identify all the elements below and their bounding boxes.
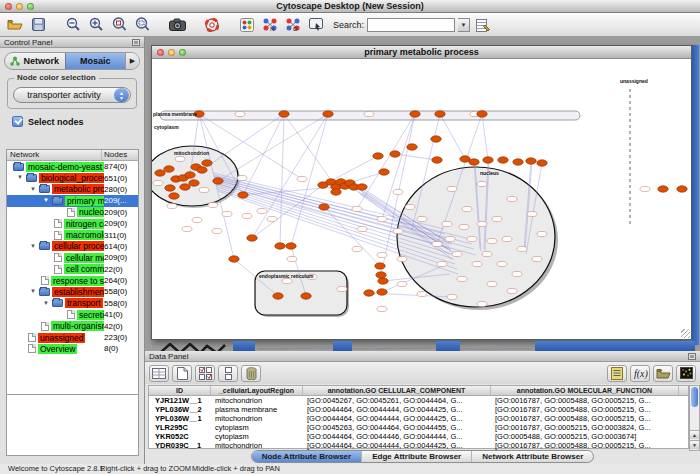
tree-row-label[interactable]: cell communicat bbox=[64, 264, 104, 274]
scrollbar-thumb[interactable] bbox=[691, 387, 698, 407]
search-input[interactable] bbox=[367, 18, 455, 32]
network-node[interactable] bbox=[169, 193, 179, 199]
table-cell[interactable]: YDR039C__1 bbox=[149, 441, 211, 450]
network-node-small[interactable] bbox=[482, 251, 492, 256]
tree-row[interactable]: macromolecule311(0) bbox=[7, 229, 138, 240]
float-panel-icon[interactable] bbox=[132, 39, 140, 46]
network-node-small[interactable] bbox=[507, 288, 517, 293]
network-node[interactable] bbox=[376, 272, 386, 278]
disclosure-triangle-icon[interactable]: ▼ bbox=[17, 174, 23, 180]
disclosure-triangle-icon[interactable]: ▼ bbox=[43, 300, 49, 306]
network-node-small[interactable] bbox=[153, 180, 163, 185]
network-node-small[interactable] bbox=[477, 301, 487, 306]
tab-mosaic[interactable]: Mosaic bbox=[65, 53, 126, 69]
import-table-button[interactable] bbox=[473, 15, 493, 34]
table-column-header[interactable]: annotation.GO MOLECULAR_FUNCTION bbox=[491, 386, 679, 395]
network-node-small[interactable] bbox=[208, 202, 218, 207]
resize-grip[interactable] bbox=[681, 329, 690, 338]
network-canvas[interactable]: plasma membranecytoplasmmitochondrionnuc… bbox=[152, 59, 691, 339]
network-node-small[interactable] bbox=[507, 196, 517, 201]
network-node[interactable] bbox=[537, 160, 547, 166]
tree-row[interactable]: response to stimulu264(0) bbox=[7, 275, 138, 286]
network-node[interactable] bbox=[164, 166, 174, 172]
table-cell[interactable]: [GO:0016787, GO:0005488, GO:0005215, G..… bbox=[491, 396, 679, 405]
tree-row[interactable]: ▼cellular process614(0) bbox=[7, 241, 138, 252]
table-cell[interactable]: plasma membrane bbox=[211, 405, 303, 414]
network-node-small[interactable] bbox=[452, 251, 462, 256]
snapshot-button[interactable] bbox=[167, 15, 187, 34]
network-node[interactable] bbox=[373, 153, 383, 159]
network-node[interactable] bbox=[229, 256, 239, 262]
tree-row-label[interactable]: secretion bbox=[77, 310, 104, 320]
table-cell[interactable]: mitochondrion bbox=[211, 396, 303, 405]
zoom-out-button[interactable] bbox=[63, 15, 83, 34]
node-color-dropdown[interactable]: transporter activity ▲▼ bbox=[13, 87, 131, 103]
network-node[interactable] bbox=[379, 169, 389, 175]
destroy-view-button[interactable]: D bbox=[283, 15, 303, 34]
table-cell[interactable]: cytoplasm bbox=[211, 432, 303, 441]
tree-column-nodes[interactable]: Nodes bbox=[102, 150, 138, 160]
network-node-small[interactable] bbox=[222, 211, 232, 216]
network-node[interactable] bbox=[301, 293, 311, 299]
tree-column-network[interactable]: Network bbox=[7, 150, 102, 160]
tree-row[interactable]: ▼transport558(0) bbox=[7, 298, 138, 309]
network-node-small[interactable] bbox=[502, 236, 512, 241]
network-node-small[interactable] bbox=[182, 226, 192, 231]
network-node-small[interactable] bbox=[364, 111, 374, 116]
tree-row-label[interactable]: Overview bbox=[38, 344, 77, 354]
network-node-small[interactable] bbox=[462, 206, 472, 211]
view-zoom-button[interactable] bbox=[179, 49, 186, 56]
disclosure-triangle-icon[interactable]: ▼ bbox=[30, 288, 36, 294]
network-node-small[interactable] bbox=[393, 228, 403, 233]
network-node-small[interactable] bbox=[487, 238, 497, 243]
network-node[interactable] bbox=[677, 186, 687, 192]
network-node-small[interactable] bbox=[532, 256, 542, 261]
network-node[interactable] bbox=[375, 263, 385, 269]
network-node-small[interactable] bbox=[377, 306, 387, 311]
tab-node-attribute-browser[interactable]: Node Attribute Browser bbox=[252, 451, 363, 462]
network-node-small[interactable] bbox=[537, 231, 547, 236]
network-node-small[interactable] bbox=[477, 221, 487, 226]
network-node-small[interactable] bbox=[437, 261, 447, 266]
network-node-small[interactable] bbox=[432, 241, 442, 246]
network-node-small[interactable] bbox=[640, 186, 650, 191]
disclosure-triangle-icon[interactable]: ▼ bbox=[30, 243, 36, 249]
attribute-list-button[interactable] bbox=[607, 365, 627, 382]
network-node-small[interactable] bbox=[472, 261, 482, 266]
network-node[interactable] bbox=[431, 136, 441, 142]
table-cell[interactable]: YPL036W__1 bbox=[149, 414, 211, 423]
table-column-header[interactable]: ID bbox=[149, 386, 211, 395]
data-panel-float-icon[interactable] bbox=[688, 353, 696, 360]
network-node-small[interactable] bbox=[397, 256, 407, 261]
disclosure-triangle-icon[interactable]: ▼ bbox=[30, 186, 36, 192]
network-node[interactable] bbox=[213, 178, 223, 184]
network-node-small[interactable] bbox=[357, 226, 367, 231]
table-cell[interactable]: YPL036W__2 bbox=[149, 405, 211, 414]
annotation-button[interactable] bbox=[306, 15, 326, 34]
network-node-small[interactable] bbox=[497, 261, 507, 266]
network-node[interactable] bbox=[477, 111, 487, 117]
network-view-titlebar[interactable]: primary metabolic process bbox=[152, 46, 691, 59]
network-node-small[interactable] bbox=[267, 216, 277, 221]
select-attributes-button[interactable] bbox=[149, 365, 169, 382]
tree-row-label[interactable]: response to stimulu bbox=[51, 276, 104, 286]
network-node-small[interactable] bbox=[377, 252, 387, 257]
tree-row-label[interactable]: cellular process bbox=[52, 241, 104, 251]
birdseye-view[interactable] bbox=[6, 394, 139, 456]
table-cell[interactable]: [GO:0044464, GO:0044444, GO:0044425, G..… bbox=[303, 414, 491, 423]
open-file-button[interactable] bbox=[5, 15, 25, 34]
network-node-small[interactable] bbox=[445, 236, 455, 241]
network-node-small[interactable] bbox=[492, 216, 502, 221]
tab-edge-attribute-browser[interactable]: Edge Attribute Browser bbox=[362, 451, 472, 462]
network-node-small[interactable] bbox=[527, 211, 537, 216]
tree-row-label[interactable]: establishment of lo bbox=[52, 287, 104, 297]
table-cell[interactable]: YLR295C bbox=[149, 423, 211, 432]
network-node[interactable] bbox=[189, 180, 199, 186]
unselect-all-attributes-button[interactable] bbox=[218, 365, 238, 382]
network-node[interactable] bbox=[513, 159, 523, 165]
network-node-small[interactable] bbox=[405, 204, 415, 209]
network-node[interactable] bbox=[390, 151, 400, 157]
scroll-down-arrow[interactable]: ▼ bbox=[690, 440, 699, 449]
minimize-window-button[interactable] bbox=[16, 3, 23, 10]
network-node-small[interactable] bbox=[297, 176, 307, 181]
